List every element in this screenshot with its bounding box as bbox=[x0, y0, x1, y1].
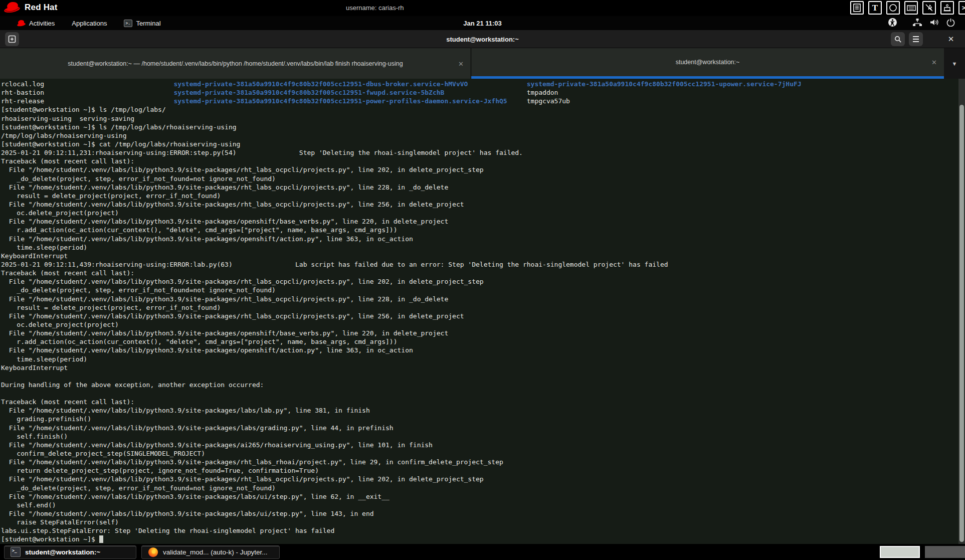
redhat-hat-icon bbox=[4, 1, 21, 14]
tab-list-dropdown[interactable]: ▼ bbox=[944, 48, 965, 79]
terminal-window-titlebar: student@workstation:~ ✕ bbox=[0, 30, 965, 48]
window-close-button[interactable]: ✕ bbox=[944, 32, 958, 46]
taskbar-jupyter-window[interactable]: validate_mod... (auto-k) - Jupyter... bbox=[141, 545, 280, 559]
keyboard-icon[interactable] bbox=[904, 1, 918, 15]
classroom-header-bar: Red Hat username: carias-rh T >ã bbox=[0, 0, 965, 16]
workspace-switcher bbox=[880, 546, 965, 558]
applications-menu[interactable]: Applications bbox=[70, 16, 109, 30]
taskbar-terminal-window[interactable]: >_ student@workstation:~ bbox=[4, 545, 136, 559]
pointer-disabled-icon[interactable] bbox=[922, 1, 936, 15]
tab1-close-icon[interactable]: ✕ bbox=[458, 60, 464, 67]
window-menu-button[interactable] bbox=[909, 32, 923, 46]
terminal-app-icon: >. bbox=[124, 20, 132, 27]
terminal-scrollbar-thumb[interactable] bbox=[959, 105, 964, 542]
text-icon[interactable]: T bbox=[868, 1, 882, 15]
terminal-tabbar: student@workstation:~ — /home/student/.v… bbox=[0, 48, 965, 79]
tab2-close-icon[interactable]: ✕ bbox=[931, 59, 937, 66]
tab-running-lab-finish[interactable]: student@workstation:~ — /home/student/.v… bbox=[0, 48, 471, 79]
terminal-viewport[interactable]: rclocal.log systemd-private-381a50a9910c… bbox=[0, 79, 965, 544]
workspace-2[interactable] bbox=[925, 546, 965, 558]
chevron-down-icon: ▼ bbox=[952, 61, 957, 67]
search-button[interactable] bbox=[891, 32, 905, 46]
clock[interactable]: Jan 21 11:03 bbox=[463, 16, 502, 30]
terminal-app-indicator[interactable]: >. Terminal bbox=[122, 16, 162, 30]
username-label: username: carias-rh bbox=[346, 4, 404, 12]
search-icon bbox=[894, 36, 902, 43]
hamburger-icon bbox=[913, 36, 919, 42]
gnome-top-bar: Activities Applications >. Terminal Jan … bbox=[0, 16, 965, 30]
activities-button[interactable]: Activities bbox=[15, 16, 57, 30]
volume-icon[interactable] bbox=[929, 18, 939, 28]
power-icon[interactable] bbox=[946, 18, 955, 28]
terminal-icon: >_ bbox=[11, 547, 21, 557]
accessibility-icon[interactable] bbox=[888, 18, 897, 29]
workspace-1-active[interactable] bbox=[880, 546, 920, 558]
window-list-taskbar: >_ student@workstation:~ validate_mod...… bbox=[0, 544, 965, 560]
redhat-logo-text: Red Hat bbox=[25, 3, 58, 13]
terminal-output[interactable]: rclocal.log systemd-private-381a50a9910c… bbox=[1, 80, 956, 544]
network-icon[interactable] bbox=[912, 18, 922, 28]
activities-hat-icon bbox=[17, 20, 26, 27]
laptop-icon[interactable] bbox=[940, 1, 954, 15]
header-tray: T >ã bbox=[850, 1, 965, 15]
circle-icon[interactable] bbox=[886, 1, 900, 15]
window-title: student@workstation:~ bbox=[0, 30, 965, 48]
input-method-icon[interactable]: >ã bbox=[958, 1, 965, 15]
tab-home-active[interactable]: student@workstation:~ ✕ bbox=[471, 48, 944, 79]
terminal-scrollbar[interactable] bbox=[958, 79, 965, 544]
document-icon[interactable] bbox=[850, 1, 864, 15]
redhat-logo: Red Hat bbox=[4, 1, 58, 14]
firefox-icon bbox=[148, 547, 158, 557]
